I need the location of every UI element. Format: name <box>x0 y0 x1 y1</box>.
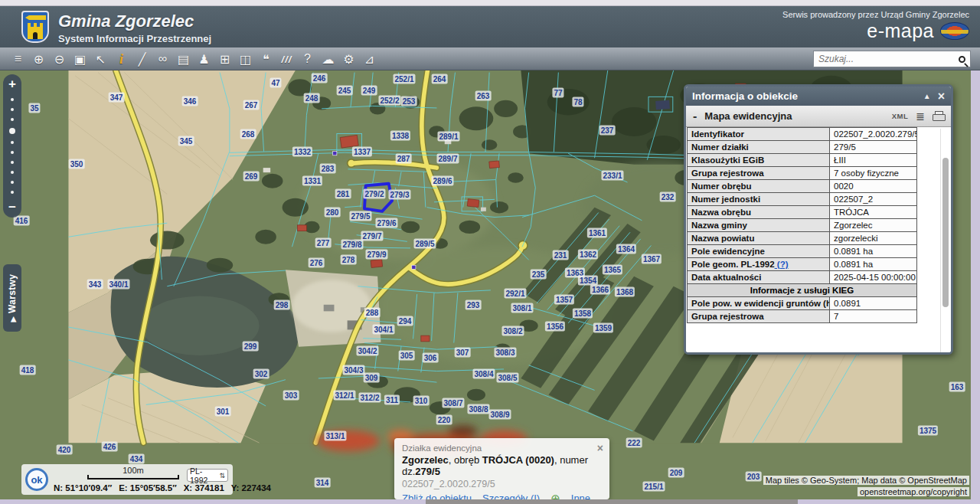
section-header[interactable]: - Mapa ewidencyjna XML ≣ <box>686 106 951 127</box>
popup-object-id: 022507_2.0020.279/5 <box>402 479 602 489</box>
municipality-coat-of-arms <box>21 11 49 43</box>
panel-scrollbar-thumb[interactable] <box>942 158 949 307</box>
zoom-level-handle[interactable] <box>9 128 15 134</box>
layers-panel-tab[interactable]: ▶Warstwy <box>3 264 21 332</box>
attributes-table: Identyfikator022507_2.0020.279/5Numer dz… <box>687 127 917 323</box>
search-icon[interactable] <box>959 56 965 63</box>
attribute-label: Numer obrębu <box>688 180 830 193</box>
layout-icon[interactable]: ◫ <box>235 52 256 67</box>
search-input[interactable] <box>818 54 956 64</box>
popup-close-icon[interactable]: × <box>597 442 603 454</box>
settings-icon[interactable]: ⚙ <box>338 52 359 67</box>
attribute-value: ŁIII <box>830 154 917 167</box>
table-row: Grupa rejestrowa7 <box>688 310 917 323</box>
attribute-value: Zgorzelec <box>830 219 917 232</box>
attribute-value: 0.0891 ha <box>830 258 917 271</box>
pointer-icon[interactable]: ↖ <box>90 52 111 67</box>
link-icon[interactable]: ∞ <box>152 52 173 66</box>
attribute-value: 7 osoby fizyczne <box>830 167 917 180</box>
attribute-label: Numer jednostki <box>688 193 830 206</box>
attribute-label: Pole ewidencyjne <box>688 245 830 258</box>
coat-sword-shape <box>25 15 46 20</box>
search-box[interactable] <box>813 51 971 67</box>
panel-title-bar[interactable]: Informacja o obiekcie ▲ × <box>686 87 951 106</box>
attribute-value: TRÓJCA <box>830 206 917 219</box>
zoom-out-button[interactable]: − <box>8 200 16 215</box>
map-viewport[interactable]: 35347346345350416343340/1418420426434267… <box>0 70 971 499</box>
attribute-label: Nazwa obrębu <box>688 206 830 219</box>
collapse-section-icon[interactable]: - <box>693 110 697 123</box>
crs-value: PL-1992 <box>190 466 219 485</box>
info-icon[interactable]: i <box>111 51 132 67</box>
table-row: Pole ewidencyjne0.0891 ha <box>688 245 917 258</box>
parallel-lines-icon[interactable]: /// <box>276 54 297 65</box>
collapse-panel-icon[interactable]: ▲ <box>923 92 931 100</box>
object-info-panel: Informacja o obiekcie ▲ × - Mapa ewidenc… <box>684 84 953 355</box>
attribute-label: Pole pow. w ewidencji gruntów (ha) <box>688 297 830 310</box>
attribute-label: Klasoużytki EGiB <box>688 154 830 167</box>
table-row: Klasoużytki EGiBŁIII <box>688 154 917 167</box>
table-row: Nazwa gminyZgorzelec <box>688 219 917 232</box>
cloud-download-icon[interactable]: ☁ <box>318 52 338 67</box>
measure-icon[interactable]: ╱ <box>132 52 152 67</box>
list-view-icon[interactable]: ≣ <box>916 111 925 122</box>
print-icon[interactable]: ▤ <box>173 52 194 67</box>
service-note: Serwis prowadzony przez Urząd Gminy Zgor… <box>782 10 969 19</box>
field-help-link[interactable]: (?) <box>775 260 789 269</box>
popup-kind-label: Działka ewidencyjna <box>402 443 602 453</box>
print-icon[interactable] <box>933 111 944 121</box>
ok-button[interactable]: ok <box>25 468 48 491</box>
coat-castle-shape <box>28 27 43 39</box>
attribute-label: Grupa rejestrowa <box>688 310 830 323</box>
attribute-value: 2025-04-15 00:00:00 <box>830 271 917 284</box>
attribute-label: Numer działki <box>688 141 830 154</box>
page-title: Gmina Zgorzelec <box>58 11 211 31</box>
zoom-to-object-link[interactable]: Zbliż do obiektu <box>402 493 472 499</box>
table-row: Identyfikator022507_2.0020.279/5 <box>688 128 917 141</box>
attribute-value: 0.0891 ha <box>830 245 917 258</box>
table-row: Numer działki279/5 <box>688 141 917 154</box>
annotation-icon[interactable]: ❝ <box>256 52 276 67</box>
panel-title: Informacja o obiekcie <box>692 90 798 102</box>
table-row: Informacje z usługi KIEG <box>688 284 917 297</box>
attribute-label: Nazwa gminy <box>688 219 830 232</box>
zoom-slider[interactable]: + − <box>3 74 21 218</box>
zoom-out-icon[interactable]: ⊖ <box>49 52 70 67</box>
layers-tab-label: Warstwy <box>7 274 18 313</box>
scale-bar: 100m <box>87 466 179 479</box>
zoom-level-track[interactable] <box>9 92 15 200</box>
layers-icon[interactable]: ≡ <box>8 52 28 66</box>
xml-export-button[interactable]: XML <box>892 112 909 120</box>
bottom-edge-strip <box>426 499 798 504</box>
more-actions-plus-icon[interactable]: ⊕ <box>550 493 560 499</box>
table-row: Grupa rejestrowa7 osoby fizyczne <box>688 167 917 180</box>
select-area-icon[interactable]: ▣ <box>70 52 90 67</box>
table-row: Data aktualności2025-04-15 00:00:00 <box>688 271 917 284</box>
other-link[interactable]: Inne <box>571 493 590 499</box>
scale-label: 100m <box>87 466 179 475</box>
popup-title: Zgorzelec, obręb TRÓJCA (0020), numer dz… <box>402 454 602 477</box>
attribute-label: Data aktualności <box>688 271 830 284</box>
attribute-value: 022507_2 <box>830 193 917 206</box>
street-view-icon[interactable]: ♟ <box>194 52 214 67</box>
crs-updown-icon: ⇅ <box>219 472 225 479</box>
attribute-label: Identyfikator <box>688 128 830 141</box>
zoom-in-icon[interactable]: ⊕ <box>28 52 49 67</box>
zoom-in-button[interactable]: + <box>8 77 16 92</box>
crs-selector[interactable]: PL-1992 ⇅ <box>187 469 228 482</box>
attribute-label: Pole geom. PL-1992 (?) <box>688 258 830 271</box>
duplicate-view-icon[interactable]: ⊞ <box>214 52 235 67</box>
close-panel-icon[interactable]: × <box>938 91 945 102</box>
panel-scrollbar[interactable] <box>940 129 949 354</box>
attribute-value: 0020 <box>830 180 917 193</box>
table-row: Pole geom. PL-1992 (?)0.0891 ha <box>688 258 917 271</box>
expand-triangle-icon: ▶ <box>9 316 17 322</box>
help-icon[interactable]: ? <box>297 52 318 66</box>
table-row: Nazwa obrębuTRÓJCA <box>688 206 917 219</box>
north-arrow-icon[interactable]: ⊿ <box>359 52 380 67</box>
attribute-value: 022507_2.0020.279/5 <box>830 128 917 141</box>
attribute-value: zgorzelecki <box>830 232 917 245</box>
app-header: Gmina Zgorzelec System Informacji Przest… <box>0 6 980 47</box>
emapa-globe-icon <box>940 22 969 40</box>
details-link[interactable]: Szczegóły (I) <box>482 493 540 499</box>
